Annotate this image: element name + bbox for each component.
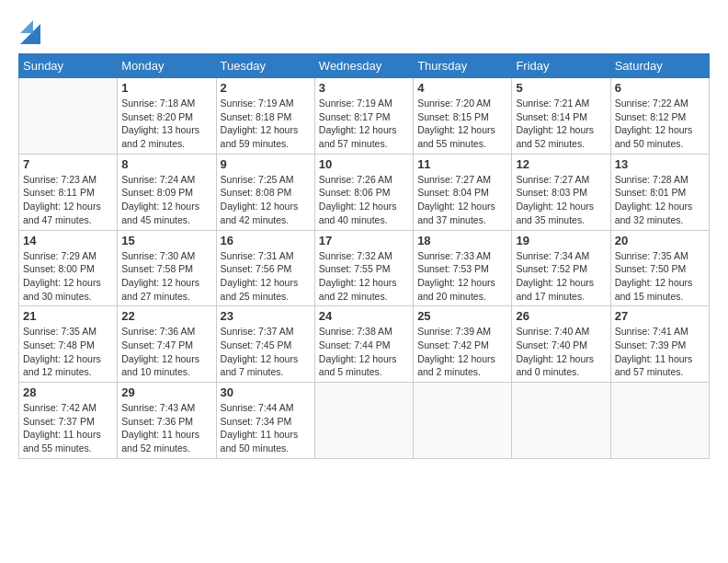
calendar-cell: 20Sunrise: 7:35 AMSunset: 7:50 PMDayligh… — [610, 230, 709, 306]
weekday-header-sunday: Sunday — [19, 54, 118, 78]
day-number: 12 — [516, 157, 606, 171]
day-info: Sunrise: 7:35 AMSunset: 7:50 PMDaylight:… — [615, 249, 705, 304]
day-info: Sunrise: 7:27 AMSunset: 8:04 PMDaylight:… — [417, 173, 507, 227]
calendar-week-1: 1Sunrise: 7:18 AMSunset: 8:20 PMDaylight… — [19, 78, 710, 155]
day-info: Sunrise: 7:31 AMSunset: 7:56 PMDaylight:… — [221, 249, 311, 304]
calendar-cell: 18Sunrise: 7:33 AMSunset: 7:53 PMDayligh… — [414, 230, 512, 306]
calendar-cell: 11Sunrise: 7:27 AMSunset: 8:04 PMDayligh… — [414, 154, 512, 230]
day-info: Sunrise: 7:42 AMSunset: 7:37 PMDaylight:… — [23, 401, 113, 455]
calendar-cell: 21Sunrise: 7:35 AMSunset: 7:48 PMDayligh… — [19, 306, 118, 383]
day-number: 24 — [319, 309, 409, 323]
day-info: Sunrise: 7:23 AMSunset: 8:11 PMDaylight:… — [23, 173, 113, 227]
calendar-cell: 9Sunrise: 7:25 AMSunset: 8:08 PMDaylight… — [216, 154, 314, 230]
day-info: Sunrise: 7:22 AMSunset: 8:12 PMDaylight:… — [615, 97, 705, 151]
day-number: 25 — [417, 309, 507, 323]
calendar-week-2: 7Sunrise: 7:23 AMSunset: 8:11 PMDaylight… — [19, 154, 710, 230]
weekday-header-monday: Monday — [118, 54, 216, 78]
calendar-week-5: 28Sunrise: 7:42 AMSunset: 7:37 PMDayligh… — [19, 383, 710, 459]
day-number: 1 — [121, 81, 211, 95]
day-info: Sunrise: 7:24 AMSunset: 8:09 PMDaylight:… — [121, 173, 211, 227]
svg-marker-1 — [20, 20, 33, 33]
day-number: 28 — [23, 385, 113, 399]
weekday-header-friday: Friday — [512, 54, 610, 78]
day-info: Sunrise: 7:28 AMSunset: 8:01 PMDaylight:… — [615, 173, 705, 227]
day-number: 30 — [221, 385, 311, 399]
calendar-cell: 15Sunrise: 7:30 AMSunset: 7:58 PMDayligh… — [118, 230, 216, 306]
day-number: 7 — [23, 157, 113, 171]
day-info: Sunrise: 7:19 AMSunset: 8:18 PMDaylight:… — [221, 97, 311, 151]
day-info: Sunrise: 7:26 AMSunset: 8:06 PMDaylight:… — [319, 173, 409, 227]
day-number: 15 — [121, 234, 211, 247]
calendar-cell: 23Sunrise: 7:37 AMSunset: 7:45 PMDayligh… — [216, 306, 314, 383]
weekday-row: SundayMondayTuesdayWednesdayThursdayFrid… — [19, 54, 710, 78]
calendar-cell: 3Sunrise: 7:19 AMSunset: 8:17 PMDaylight… — [314, 78, 413, 155]
header — [18, 15, 710, 44]
calendar-cell — [512, 383, 610, 459]
calendar-cell: 24Sunrise: 7:38 AMSunset: 7:44 PMDayligh… — [314, 306, 413, 383]
day-info: Sunrise: 7:25 AMSunset: 8:08 PMDaylight:… — [221, 173, 311, 227]
day-number: 6 — [615, 81, 705, 95]
calendar-cell — [19, 78, 118, 155]
day-info: Sunrise: 7:39 AMSunset: 7:42 PMDaylight:… — [417, 325, 507, 379]
day-info: Sunrise: 7:44 AMSunset: 7:34 PMDaylight:… — [221, 401, 311, 455]
calendar-cell: 16Sunrise: 7:31 AMSunset: 7:56 PMDayligh… — [216, 230, 314, 306]
logo-icon — [20, 15, 40, 44]
calendar-cell: 30Sunrise: 7:44 AMSunset: 7:34 PMDayligh… — [216, 383, 314, 459]
calendar-cell: 4Sunrise: 7:20 AMSunset: 8:15 PMDaylight… — [414, 78, 512, 155]
calendar-cell: 17Sunrise: 7:32 AMSunset: 7:55 PMDayligh… — [314, 230, 413, 306]
day-number: 9 — [221, 157, 311, 171]
day-number: 22 — [121, 309, 211, 323]
calendar-body: 1Sunrise: 7:18 AMSunset: 8:20 PMDaylight… — [19, 78, 710, 459]
day-number: 13 — [615, 157, 705, 171]
calendar-week-4: 21Sunrise: 7:35 AMSunset: 7:48 PMDayligh… — [19, 306, 710, 383]
calendar-header: SundayMondayTuesdayWednesdayThursdayFrid… — [19, 54, 710, 78]
calendar-cell: 5Sunrise: 7:21 AMSunset: 8:14 PMDaylight… — [512, 78, 610, 155]
weekday-header-wednesday: Wednesday — [314, 54, 413, 78]
day-number: 19 — [516, 234, 606, 247]
weekday-header-thursday: Thursday — [414, 54, 512, 78]
day-info: Sunrise: 7:35 AMSunset: 7:48 PMDaylight:… — [23, 325, 113, 379]
logo — [18, 15, 40, 44]
day-info: Sunrise: 7:40 AMSunset: 7:40 PMDaylight:… — [516, 325, 606, 379]
calendar-cell: 7Sunrise: 7:23 AMSunset: 8:11 PMDaylight… — [19, 154, 118, 230]
day-number: 8 — [121, 157, 211, 171]
day-number: 29 — [121, 385, 211, 399]
day-number: 11 — [417, 157, 507, 171]
calendar-cell — [414, 383, 512, 459]
calendar-cell: 28Sunrise: 7:42 AMSunset: 7:37 PMDayligh… — [19, 383, 118, 459]
day-number: 4 — [417, 81, 507, 95]
day-number: 23 — [221, 309, 311, 323]
day-number: 18 — [417, 234, 507, 247]
calendar-cell: 29Sunrise: 7:43 AMSunset: 7:36 PMDayligh… — [118, 383, 216, 459]
weekday-header-tuesday: Tuesday — [216, 54, 314, 78]
day-number: 16 — [221, 234, 311, 247]
weekday-header-saturday: Saturday — [610, 54, 709, 78]
calendar-cell: 1Sunrise: 7:18 AMSunset: 8:20 PMDaylight… — [118, 78, 216, 155]
day-info: Sunrise: 7:38 AMSunset: 7:44 PMDaylight:… — [319, 325, 409, 379]
day-number: 5 — [516, 81, 606, 95]
calendar-cell: 19Sunrise: 7:34 AMSunset: 7:52 PMDayligh… — [512, 230, 610, 306]
calendar-cell: 22Sunrise: 7:36 AMSunset: 7:47 PMDayligh… — [118, 306, 216, 383]
calendar-cell — [610, 383, 709, 459]
calendar-cell — [314, 383, 413, 459]
day-info: Sunrise: 7:19 AMSunset: 8:17 PMDaylight:… — [319, 97, 409, 151]
calendar-cell: 10Sunrise: 7:26 AMSunset: 8:06 PMDayligh… — [314, 154, 413, 230]
day-info: Sunrise: 7:18 AMSunset: 8:20 PMDaylight:… — [121, 97, 211, 151]
calendar-cell: 2Sunrise: 7:19 AMSunset: 8:18 PMDaylight… — [216, 78, 314, 155]
calendar-cell: 13Sunrise: 7:28 AMSunset: 8:01 PMDayligh… — [610, 154, 709, 230]
day-info: Sunrise: 7:20 AMSunset: 8:15 PMDaylight:… — [417, 97, 507, 151]
day-info: Sunrise: 7:34 AMSunset: 7:52 PMDaylight:… — [516, 249, 606, 304]
calendar-cell: 26Sunrise: 7:40 AMSunset: 7:40 PMDayligh… — [512, 306, 610, 383]
calendar-week-3: 14Sunrise: 7:29 AMSunset: 8:00 PMDayligh… — [19, 230, 710, 306]
day-info: Sunrise: 7:33 AMSunset: 7:53 PMDaylight:… — [417, 249, 507, 304]
day-info: Sunrise: 7:21 AMSunset: 8:14 PMDaylight:… — [516, 97, 606, 151]
calendar-cell: 14Sunrise: 7:29 AMSunset: 8:00 PMDayligh… — [19, 230, 118, 306]
day-number: 27 — [615, 309, 705, 323]
calendar-cell: 12Sunrise: 7:27 AMSunset: 8:03 PMDayligh… — [512, 154, 610, 230]
day-number: 21 — [23, 309, 113, 323]
day-info: Sunrise: 7:30 AMSunset: 7:58 PMDaylight:… — [121, 249, 211, 304]
calendar-cell: 27Sunrise: 7:41 AMSunset: 7:39 PMDayligh… — [610, 306, 709, 383]
day-info: Sunrise: 7:43 AMSunset: 7:36 PMDaylight:… — [121, 401, 211, 455]
day-info: Sunrise: 7:41 AMSunset: 7:39 PMDaylight:… — [615, 325, 705, 379]
calendar-cell: 25Sunrise: 7:39 AMSunset: 7:42 PMDayligh… — [414, 306, 512, 383]
